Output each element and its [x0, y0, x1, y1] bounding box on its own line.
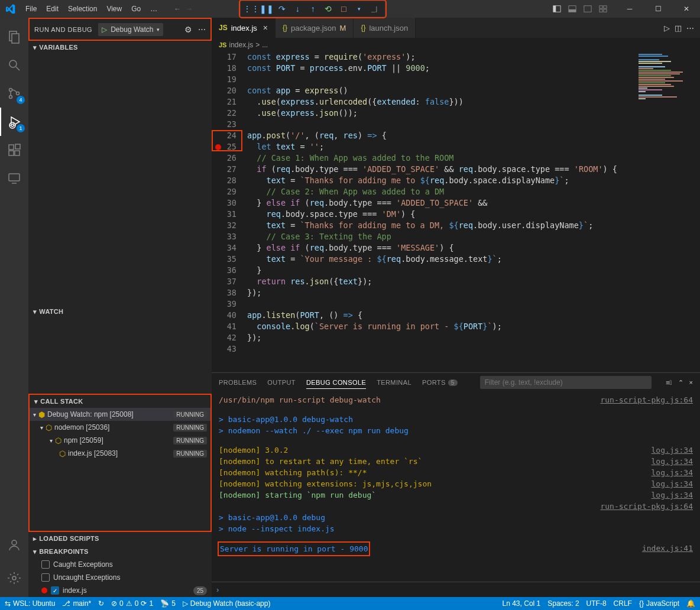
js-file-icon: JS [219, 41, 226, 48]
editor[interactable]: 17const express = require('express'); 18… [212, 51, 700, 372]
debug-restart-icon[interactable]: ⟲ [321, 2, 335, 15]
debug-step-out-icon[interactable]: ↑ [306, 2, 320, 15]
svg-rect-20 [15, 151, 20, 155]
callstack-npm[interactable]: ▾ ⬡ npm [25059] RUNNING [30, 434, 210, 447]
run-icon[interactable]: ▷ [664, 24, 670, 33]
status-ports[interactable]: 📡5 [160, 599, 176, 608]
callstack-header[interactable]: ▾CALL STACK [30, 395, 210, 408]
activity-search-icon[interactable] [0, 51, 28, 79]
status-debug-session[interactable]: ▷Debug Watch (basic-app) [183, 599, 271, 608]
panel-tab-problems[interactable]: PROBLEMS [219, 377, 257, 388]
menu-selection[interactable]: Selection [63, 0, 102, 18]
panel-chevron-up-icon[interactable]: ⌃ [678, 379, 683, 387]
debug-console-icon[interactable]: _⌋ [367, 2, 381, 15]
tab-package-json[interactable]: {}package.json M [276, 18, 354, 38]
vscode-logo [0, 4, 21, 14]
gear-icon[interactable]: ⚙ [184, 25, 192, 34]
layout-left-icon[interactable] [550, 2, 564, 16]
status-cursor[interactable]: Ln 43, Col 1 [503, 599, 541, 608]
status-encoding[interactable]: UTF-8 [586, 599, 607, 608]
js-file-icon: JS [219, 24, 228, 32]
status-language[interactable]: {} JavaScript [639, 599, 679, 608]
more-icon[interactable]: ⋯ [198, 25, 206, 34]
bp-line-badge: 25 [193, 586, 207, 595]
activity-remote-icon[interactable] [0, 164, 28, 193]
status-eol[interactable]: CRLF [614, 599, 632, 608]
close-icon[interactable]: × [263, 23, 268, 33]
debug-pause-icon[interactable]: ❚❚ [260, 2, 274, 15]
debug-config-dropdown[interactable]: ▷ Debug Watch ▾ [98, 23, 163, 36]
nav-back-icon[interactable]: ← [174, 5, 181, 13]
debug-step-into-icon[interactable]: ↓ [290, 2, 304, 15]
layout-bottom-icon[interactable] [565, 2, 579, 16]
tab-launch-json[interactable]: {}launch.json [354, 18, 416, 38]
checkbox-icon[interactable] [41, 573, 50, 582]
svg-rect-6 [604, 6, 607, 8]
menu-file[interactable]: File [21, 0, 41, 18]
activity-debug-icon[interactable]: 1 [0, 108, 28, 136]
debug-badge: 1 [17, 124, 25, 132]
bug-icon: ⬢ [38, 410, 45, 419]
svg-rect-10 [12, 34, 19, 43]
status-indent[interactable]: Spaces: 2 [547, 599, 579, 608]
minimap[interactable] [636, 51, 700, 134]
window-maximize-button[interactable]: ☐ [644, 0, 672, 18]
json-file-icon: {} [361, 24, 365, 32]
bp-file-index[interactable]: ✓index.js25 [28, 584, 212, 597]
breadcrumb[interactable]: JS index.js > ... [212, 38, 700, 51]
panel-tab-debug-console[interactable]: DEBUG CONSOLE [306, 377, 366, 389]
activity-explorer-icon[interactable] [0, 22, 28, 51]
layout-right-icon[interactable] [581, 2, 595, 16]
svg-line-12 [16, 67, 20, 70]
bp-uncaught-exceptions[interactable]: Uncaught Exceptions [28, 571, 212, 584]
callstack-index[interactable]: ⬡ index.js [25083] RUNNING [30, 447, 210, 460]
menu-view[interactable]: View [102, 0, 127, 18]
panel-tab-terminal[interactable]: TERMINAL [377, 377, 411, 388]
svg-rect-7 [599, 9, 602, 12]
breakpoints-header[interactable]: ▾BREAKPOINTS [28, 545, 212, 558]
tab-index-js[interactable]: JSindex.js× [212, 18, 276, 38]
window-minimize-button[interactable]: ─ [616, 0, 643, 18]
status-sync[interactable]: ↻ [98, 599, 104, 608]
debug-drag-icon[interactable]: ⋮⋮ [244, 2, 258, 15]
menu-edit[interactable]: Edit [41, 0, 63, 18]
panel-tab-output[interactable]: OUTPUT [267, 377, 296, 388]
svg-rect-19 [9, 151, 14, 155]
console-filter-input[interactable] [480, 376, 652, 389]
window-close-button[interactable]: ✕ [673, 0, 700, 18]
console-input[interactable]: › [212, 582, 700, 597]
chevron-down-icon: ▾ [157, 27, 160, 33]
watch-header[interactable]: ▾WATCH [28, 305, 212, 318]
panel-close-icon[interactable]: × [689, 379, 693, 387]
callstack-nodemon[interactable]: ▾ ⬡ nodemon [25036] RUNNING [30, 421, 210, 434]
breakpoint-dot-icon [41, 588, 47, 593]
callstack-root[interactable]: ▾ ⬢ Debug Watch: npm [25008] RUNNING [30, 408, 210, 421]
status-notifications-icon[interactable]: 🔔 [686, 599, 695, 608]
bp-caught-exceptions[interactable]: Caught Exceptions [28, 558, 212, 571]
activity-extensions-icon[interactable] [0, 136, 28, 164]
checkbox-icon[interactable] [41, 560, 50, 569]
checkbox-checked-icon[interactable]: ✓ [51, 586, 59, 595]
debug-dropdown-icon[interactable]: ▾ [352, 2, 366, 15]
svg-point-14 [9, 96, 12, 99]
activity-scm-icon[interactable]: 4 [0, 79, 28, 108]
clear-console-icon[interactable]: ≡⃠ [666, 379, 672, 387]
svg-point-11 [9, 60, 17, 67]
activity-settings-icon[interactable] [0, 564, 28, 592]
layout-grid-icon[interactable] [596, 2, 610, 16]
loaded-scripts-header[interactable]: ▸LOADED SCRIPTS [28, 532, 212, 545]
nav-forward-icon[interactable]: → [186, 5, 193, 13]
debug-stop-icon[interactable]: □ [336, 2, 351, 15]
status-git-branch[interactable]: ⎇main* [62, 599, 91, 608]
more-actions-icon[interactable]: ⋯ [686, 24, 694, 33]
variables-header[interactable]: ▾VARIABLES [28, 41, 212, 54]
debug-step-over-icon[interactable]: ↷ [275, 2, 289, 15]
split-editor-icon[interactable]: ◫ [675, 24, 682, 33]
status-remote[interactable]: ⇆WSL: Ubuntu [5, 599, 55, 608]
menu-go[interactable]: Go [127, 0, 145, 18]
panel-tab-ports[interactable]: PORTS5 [422, 377, 458, 388]
menu-more[interactable]: … [145, 0, 162, 18]
debug-console-body[interactable]: /usr/bin/npm run-script debug-watchrun-s… [212, 392, 700, 582]
activity-account-icon[interactable] [0, 531, 28, 559]
status-errors[interactable]: ⊘0 ⚠0 ⟳1 [111, 599, 153, 608]
